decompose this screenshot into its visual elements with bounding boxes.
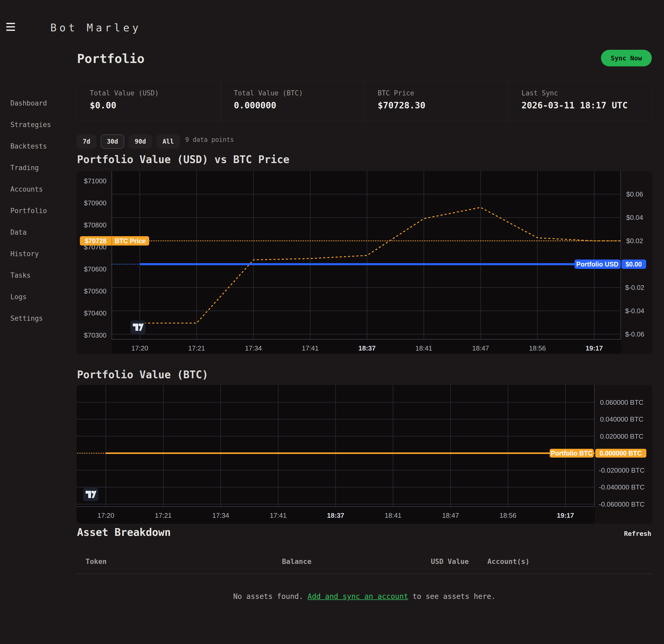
stat-label: BTC Price: [378, 89, 509, 97]
add-account-link[interactable]: Add and sync an account: [308, 592, 408, 601]
stat-card-0: Total Value (USD)$0.00: [77, 82, 221, 121]
svg-text:$71000: $71000: [84, 177, 107, 185]
svg-text:19:17: 19:17: [586, 344, 603, 352]
svg-text:$70728: $70728: [85, 237, 107, 244]
range-button-90d[interactable]: 90d: [128, 134, 152, 149]
sidebar-item-dashboard[interactable]: Dashboard: [11, 99, 70, 120]
svg-text:$70800: $70800: [84, 221, 107, 229]
svg-text:0.000000 BTC: 0.000000 BTC: [600, 450, 642, 457]
stat-label: Total Value (USD): [90, 89, 221, 97]
svg-text:17:21: 17:21: [155, 512, 172, 519]
svg-text:Portfolio USD: Portfolio USD: [576, 261, 619, 268]
sidebar-item-trading[interactable]: Trading: [11, 163, 70, 185]
btc-price-series: [140, 208, 621, 323]
btc-price-badge: $70728BTC Price: [80, 236, 149, 245]
svg-text:$-0.02: $-0.02: [625, 284, 644, 292]
svg-text:17:20: 17:20: [131, 344, 148, 352]
svg-text:$0.06: $0.06: [626, 190, 643, 198]
svg-text:17:41: 17:41: [302, 344, 318, 352]
svg-text:$70900: $70900: [84, 199, 107, 207]
sidebar-item-backtests[interactable]: Backtests: [11, 142, 70, 163]
svg-text:18:56: 18:56: [529, 344, 546, 352]
sidebar-item-history[interactable]: History: [11, 249, 70, 271]
stat-card-1: Total Value (BTC)0.000000: [221, 82, 365, 121]
svg-text:18:56: 18:56: [500, 512, 516, 519]
range-row: 7d30d90dAll 9 data points: [77, 134, 234, 149]
svg-text:$70300: $70300: [84, 331, 107, 339]
svg-text:$-0.04: $-0.04: [625, 307, 644, 315]
usd-btc-chart[interactable]: $71000$70900$70800$70700$70600$70500$704…: [77, 171, 652, 354]
refresh-button[interactable]: Refresh: [624, 530, 651, 537]
portfolio-usd-badge: Portfolio USD$0.00: [575, 259, 646, 269]
svg-text:0.020000 BTC: 0.020000 BTC: [600, 432, 644, 440]
empty-text-pre: No assets found.: [233, 592, 308, 601]
sidebar-item-data[interactable]: Data: [11, 228, 70, 249]
empty-text-post: to see assets here.: [408, 592, 496, 601]
stat-card-2: BTC Price$70728.30: [365, 82, 509, 121]
svg-text:$70600: $70600: [84, 265, 107, 273]
sidebar-item-logs[interactable]: Logs: [11, 292, 70, 314]
sidebar-item-strategies[interactable]: Strategies: [11, 120, 70, 142]
sidebar: DashboardStrategiesBacktestsTradingAccou…: [11, 99, 70, 335]
svg-text:19:17: 19:17: [557, 512, 574, 519]
svg-text:17:20: 17:20: [97, 512, 114, 519]
sync-now-button[interactable]: Sync Now: [601, 50, 652, 66]
stat-value: $70728.30: [378, 100, 509, 110]
assets-empty-state: No assets found. Add and sync an account…: [77, 592, 652, 601]
btc-chart-title: Portfolio Value (BTC): [77, 369, 208, 381]
svg-text:$-0.06: $-0.06: [625, 330, 644, 338]
sidebar-item-settings[interactable]: Settings: [11, 314, 70, 335]
svg-text:-0.060000 BTC: -0.060000 BTC: [599, 500, 645, 508]
stat-value: 0.000000: [234, 100, 365, 110]
stat-label: Last Sync: [522, 89, 652, 97]
svg-text:$0.02: $0.02: [626, 237, 643, 245]
svg-text:17:21: 17:21: [188, 344, 205, 352]
stat-label: Total Value (BTC): [234, 89, 365, 97]
column-header-token: Token: [86, 557, 107, 565]
main-content: Portfolio Sync Now Total Value (USD)$0.0…: [77, 0, 652, 644]
sidebar-item-accounts[interactable]: Accounts: [11, 185, 70, 206]
range-button-7d[interactable]: 7d: [77, 134, 97, 149]
table-divider: [77, 574, 652, 574]
tradingview-logo: [130, 320, 146, 334]
svg-text:18:47: 18:47: [442, 512, 459, 519]
page-title: Portfolio: [77, 51, 144, 66]
svg-text:Portfolio BTC: Portfolio BTC: [551, 450, 593, 457]
svg-text:18:41: 18:41: [415, 344, 432, 352]
range-button-30d[interactable]: 30d: [101, 134, 124, 149]
menu-icon[interactable]: [6, 23, 15, 31]
column-header-usd-value: USD Value: [431, 557, 469, 565]
svg-text:0.040000 BTC: 0.040000 BTC: [600, 415, 644, 423]
btc-chart[interactable]: 0.060000 BTC0.040000 BTC0.020000 BTC-0.0…: [77, 385, 652, 524]
svg-text:17:41: 17:41: [270, 512, 287, 519]
data-points-label: 9 data points: [185, 136, 234, 143]
column-header-balance: Balance: [282, 557, 312, 565]
assets-title: Asset Breakdown: [77, 526, 171, 538]
svg-text:$0.04: $0.04: [626, 214, 643, 221]
svg-text:BTC Price: BTC Price: [115, 237, 146, 244]
svg-text:$0.00: $0.00: [626, 261, 642, 268]
stat-card-3: Last Sync2026-03-11 18:17 UTC: [509, 82, 652, 121]
svg-text:-0.040000 BTC: -0.040000 BTC: [599, 483, 645, 491]
svg-text:18:41: 18:41: [385, 512, 401, 519]
usd-chart-title: Portfolio Value (USD) vs BTC Price: [77, 153, 289, 166]
stats-card: Total Value (USD)$0.00Total Value (BTC)0…: [77, 82, 652, 121]
svg-text:18:37: 18:37: [358, 344, 376, 352]
stat-value: 2026-03-11 18:17 UTC: [522, 100, 652, 110]
svg-text:17:34: 17:34: [212, 512, 229, 519]
svg-text:17:34: 17:34: [245, 344, 262, 352]
svg-text:18:47: 18:47: [472, 344, 489, 352]
svg-text:$70400: $70400: [84, 309, 107, 317]
svg-text:18:37: 18:37: [327, 512, 345, 519]
svg-text:-0.020000 BTC: -0.020000 BTC: [599, 466, 645, 474]
sidebar-item-tasks[interactable]: Tasks: [11, 271, 70, 292]
range-buttons: 7d30d90dAll: [77, 134, 180, 149]
svg-text:$70500: $70500: [84, 287, 107, 295]
tradingview-logo: [83, 488, 98, 501]
stat-value: $0.00: [90, 100, 221, 110]
range-button-all[interactable]: All: [157, 134, 180, 149]
column-header-account-s-: Account(s): [487, 557, 530, 565]
portfolio-btc-badge: Portfolio BTC0.000000 BTC: [549, 449, 646, 457]
sidebar-item-portfolio[interactable]: Portfolio: [11, 206, 70, 228]
svg-text:0.060000 BTC: 0.060000 BTC: [600, 399, 644, 406]
